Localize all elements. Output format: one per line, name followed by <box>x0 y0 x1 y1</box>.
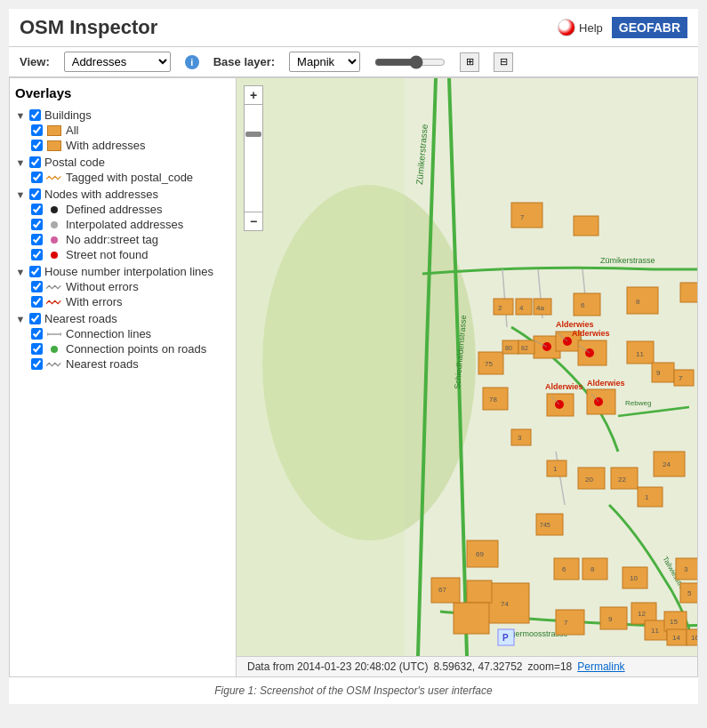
cb-node-interp[interactable] <box>31 219 43 230</box>
map-canvas[interactable]: + − Zümikerstras <box>237 78 697 656</box>
cb-nr-roads[interactable] <box>31 358 43 370</box>
svg-text:Rebweg: Rebweg <box>625 399 651 407</box>
svg-text:16: 16 <box>691 634 697 642</box>
base-layer-select[interactable]: Mapnik <box>289 52 360 72</box>
header: OSM Inspector Help GEOFABR <box>9 9 698 47</box>
app-wrapper: OSM Inspector Help GEOFABR View: Address… <box>9 9 698 704</box>
cb-interp[interactable] <box>29 266 41 277</box>
app-title: OSM Inspector <box>20 16 157 39</box>
svg-rect-69 <box>467 580 492 603</box>
row-interp-noerr: Without errors <box>15 279 230 294</box>
svg-text:82: 82 <box>521 345 528 351</box>
cb-bld-addr[interactable] <box>31 140 43 151</box>
cb-nodes[interactable] <box>29 188 41 200</box>
svg-rect-26 <box>680 283 697 302</box>
label-node-notfound: Street not found <box>66 248 149 261</box>
label-node-nostreet: No addr:street tag <box>66 233 158 246</box>
icon-nr-pts <box>46 343 62 356</box>
cb-node-defined[interactable] <box>31 204 43 215</box>
svg-text:67: 67 <box>438 586 446 594</box>
svg-text:745: 745 <box>540 522 550 528</box>
svg-text:9: 9 <box>608 615 613 623</box>
help-button[interactable]: Help <box>558 19 603 36</box>
label-postal-tag: Tagged with postal_code <box>66 171 193 184</box>
group-nearest-row: ▼ Nearest roads <box>15 311 230 326</box>
cb-buildings[interactable] <box>29 109 41 121</box>
svg-rect-53 <box>674 370 694 386</box>
row-node-nostreet: No addr:street tag <box>15 232 230 247</box>
group-buildings-row: ▼ Buildings <box>15 108 230 123</box>
zoom-slider[interactable] <box>374 55 446 69</box>
zoom-thumb <box>245 132 261 137</box>
cb-nearest[interactable] <box>29 313 41 324</box>
toggle-postal[interactable]: ▼ <box>15 157 26 168</box>
zoom-track[interactable] <box>244 105 263 212</box>
svg-rect-70 <box>454 603 489 634</box>
cb-interp-err[interactable] <box>31 296 43 308</box>
geofabr-logo: GEOFABR <box>612 17 687 38</box>
cb-interp-noerr[interactable] <box>31 281 43 292</box>
label-interp: House number interpolation lines <box>44 265 213 278</box>
svg-rect-81 <box>600 607 627 629</box>
zoom-text: zoom=18 <box>528 660 573 673</box>
group-buildings: ▼ Buildings All With addresses <box>15 108 230 153</box>
svg-rect-18 <box>516 299 532 315</box>
svg-text:20: 20 <box>585 476 593 484</box>
row-bld-all: All <box>15 123 230 138</box>
cb-postal-tag[interactable] <box>31 172 43 183</box>
svg-rect-99 <box>638 487 663 507</box>
cb-postal[interactable] <box>29 156 41 168</box>
svg-rect-24 <box>627 287 658 314</box>
svg-text:6: 6 <box>581 301 585 309</box>
svg-text:2: 2 <box>498 304 502 312</box>
icon-interp-err <box>46 296 62 308</box>
svg-text:11: 11 <box>636 350 644 358</box>
svg-text:7: 7 <box>564 619 568 627</box>
cb-node-nostreet[interactable] <box>31 234 43 245</box>
svg-text:11: 11 <box>651 627 659 635</box>
svg-text:10: 10 <box>630 574 638 582</box>
svg-rect-75 <box>554 558 579 580</box>
svg-text:Zümikerstrasse: Zümikerstrasse <box>600 256 655 265</box>
svg-text:3: 3 <box>518 434 522 442</box>
cb-node-notfound[interactable] <box>31 249 43 260</box>
svg-text:6: 6 <box>562 565 566 573</box>
zoom-out-button[interactable]: − <box>244 212 263 231</box>
group-interp-row: ▼ House number interpolation lines <box>15 264 230 279</box>
label-nr-pts: Connection points on roads <box>66 342 206 356</box>
cb-nr-pts[interactable] <box>31 343 43 355</box>
svg-text:Alderwies: Alderwies <box>572 329 610 338</box>
toggle-nodes[interactable]: ▼ <box>15 189 26 200</box>
zoom-in-button[interactable]: + <box>244 85 263 105</box>
row-nr-conn: Connection lines <box>15 326 230 341</box>
toggle-buildings[interactable]: ▼ <box>15 110 26 121</box>
row-nr-roads: Nearest roads <box>15 356 230 372</box>
permalink-link[interactable]: Permalink <box>577 660 624 673</box>
toggle-interp[interactable]: ▼ <box>15 267 26 277</box>
svg-text:Alderwies: Alderwies <box>545 382 583 391</box>
toggle-nearest[interactable]: ▼ <box>15 314 26 324</box>
figure-caption: Figure 1: Screenshot of the OSM Inspecto… <box>9 677 698 704</box>
cb-bld-all[interactable] <box>31 124 43 136</box>
svg-text:7: 7 <box>679 374 683 382</box>
label-nearest: Nearest roads <box>44 312 117 325</box>
svg-rect-79 <box>556 610 584 635</box>
icon-nr-roads <box>46 358 62 371</box>
row-bld-addr: With addresses <box>15 138 230 153</box>
icon-node-defined <box>46 204 62 216</box>
svg-text:Alderwies: Alderwies <box>556 320 594 329</box>
map-icon-btn1[interactable]: ⊞ <box>460 52 479 72</box>
svg-text:14: 14 <box>672 634 680 642</box>
icon-bld-all <box>46 124 62 137</box>
group-interp: ▼ House number interpolation lines Witho… <box>15 264 230 309</box>
zoom-controls: + − <box>244 85 263 231</box>
row-interp-err: With errors <box>15 294 230 309</box>
cb-nr-conn[interactable] <box>31 328 43 340</box>
icon-node-nostreet <box>46 234 62 246</box>
info-icon[interactable]: i <box>185 55 199 69</box>
view-select[interactable]: Addresses <box>64 52 171 72</box>
svg-text:4a: 4a <box>536 304 544 312</box>
map-area[interactable]: + − Zümikerstras <box>237 78 697 676</box>
svg-text:74: 74 <box>501 600 509 608</box>
map-icon-btn2[interactable]: ⊟ <box>494 52 513 72</box>
